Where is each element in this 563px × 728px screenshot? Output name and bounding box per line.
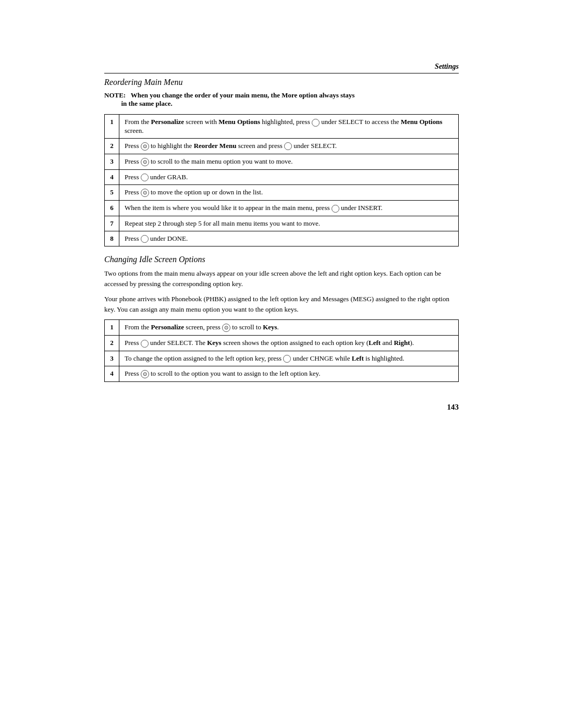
section-header: Settings bbox=[104, 63, 459, 73]
step-content: Press to scroll to the main menu option … bbox=[119, 154, 459, 169]
scroll-icon bbox=[141, 189, 149, 197]
section2-title: Changing Idle Screen Options bbox=[104, 255, 459, 264]
scroll-icon bbox=[141, 142, 149, 151]
section1-title: Reordering Main Menu bbox=[104, 78, 459, 87]
step-number: 6 bbox=[105, 201, 119, 216]
section2-paragraph2: Your phone arrives with Phonebook (PHBK)… bbox=[104, 294, 459, 314]
step-content: Press under DONE. bbox=[119, 231, 459, 246]
table-row: 3 To change the option assigned to the l… bbox=[105, 351, 459, 366]
table-row: 5 Press to move the option up or down in… bbox=[105, 185, 459, 201]
scroll-icon bbox=[222, 324, 230, 332]
btn-icon bbox=[283, 355, 291, 363]
step-content: Press under GRAB. bbox=[119, 169, 459, 185]
section2-paragraph1: Two options from the main menu always ap… bbox=[104, 268, 459, 289]
step-content: From the Personalize screen, press to sc… bbox=[119, 320, 459, 336]
step-content: To change the option assigned to the lef… bbox=[119, 351, 459, 366]
scroll-icon bbox=[141, 370, 149, 378]
table-row: 7 Repeat step 2 through step 5 for all m… bbox=[105, 216, 459, 231]
table-row: 4 Press under GRAB. bbox=[105, 169, 459, 185]
page-number: 143 bbox=[104, 403, 459, 412]
step-content: Press to highlight the Reorder Menu scre… bbox=[119, 138, 459, 154]
scroll-icon bbox=[141, 158, 149, 166]
btn-icon bbox=[312, 119, 320, 127]
step-number: 5 bbox=[105, 185, 119, 201]
btn-icon bbox=[284, 142, 292, 150]
idle-screen-steps-table: 1 From the Personalize screen, press to … bbox=[104, 319, 459, 382]
step-content: Press to move the option up or down in t… bbox=[119, 185, 459, 201]
step-content: Repeat step 2 through step 5 for all mai… bbox=[119, 216, 459, 231]
step-number: 3 bbox=[105, 154, 119, 169]
section-idle-screen: Changing Idle Screen Options Two options… bbox=[104, 255, 459, 382]
btn-icon bbox=[141, 235, 149, 243]
note-label: NOTE: bbox=[104, 91, 126, 99]
table-row: 2 Press under SELECT. The Keys screen sh… bbox=[105, 336, 459, 351]
step-number: 2 bbox=[105, 336, 119, 351]
table-row: 1 From the Personalize screen, press to … bbox=[105, 320, 459, 336]
table-row: 2 Press to highlight the Reorder Menu sc… bbox=[105, 138, 459, 154]
step-content: Press to scroll to the option you want t… bbox=[119, 366, 459, 382]
note-text: When you change the order of your main m… bbox=[104, 91, 354, 107]
step-content: When the item is where you would like it… bbox=[119, 201, 459, 216]
step-content: From the Personalize screen with Menu Op… bbox=[119, 115, 459, 139]
step-number: 1 bbox=[105, 115, 119, 139]
step-number: 1 bbox=[105, 320, 119, 336]
table-row: 4 Press to scroll to the option you want… bbox=[105, 366, 459, 382]
btn-icon bbox=[141, 174, 149, 181]
table-row: 1 From the Personalize screen with Menu … bbox=[105, 115, 459, 139]
note-block: NOTE: When you change the order of your … bbox=[104, 91, 459, 108]
step-number: 8 bbox=[105, 231, 119, 246]
table-row: 8 Press under DONE. bbox=[105, 231, 459, 246]
header-title: Settings bbox=[435, 63, 459, 70]
step-number: 2 bbox=[105, 138, 119, 154]
table-row: 3 Press to scroll to the main menu optio… bbox=[105, 154, 459, 169]
step-number: 7 bbox=[105, 216, 119, 231]
btn-icon bbox=[141, 340, 149, 348]
table-row: 6 When the item is where you would like … bbox=[105, 201, 459, 216]
step-number: 4 bbox=[105, 366, 119, 382]
section-reordering: Reordering Main Menu NOTE: When you chan… bbox=[104, 78, 459, 246]
step-number: 4 bbox=[105, 169, 119, 185]
reordering-steps-table: 1 From the Personalize screen with Menu … bbox=[104, 114, 459, 246]
page: Settings Reordering Main Menu NOTE: When… bbox=[104, 0, 459, 474]
step-content: Press under SELECT. The Keys screen show… bbox=[119, 336, 459, 351]
step-number: 3 bbox=[105, 351, 119, 366]
btn-icon bbox=[332, 205, 339, 213]
